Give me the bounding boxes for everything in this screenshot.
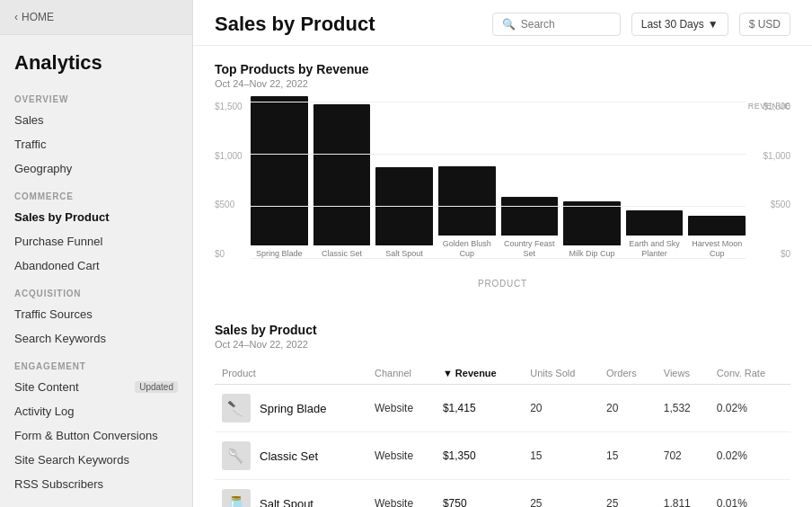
y-label-0: $0	[215, 249, 243, 259]
product-cell: 🥄 Classic Set	[215, 432, 367, 480]
date-range-picker[interactable]: Last 30 Days ▼	[631, 13, 728, 36]
product-name: Salt Spout	[260, 497, 313, 508]
product-cell: 🔪 Spring Blade	[215, 385, 367, 432]
bar	[313, 104, 371, 246]
sidebar-item-label: Form & Button Conversions	[14, 429, 158, 442]
bar-label: Golden Blush Cup	[438, 239, 496, 259]
sidebar-item-label: Geography	[14, 162, 72, 175]
sidebar-badge: Updated	[135, 381, 178, 393]
product-name: Spring Blade	[260, 402, 326, 415]
bar-group: Classic Set	[313, 104, 371, 259]
bar-group: Harvest Moon Cup	[688, 216, 746, 259]
cell-units_sold: 15	[523, 432, 599, 480]
cell-views: 1,532	[657, 385, 710, 432]
product-thumbnail: 🫙	[222, 489, 251, 507]
chevron-left-icon: ‹	[14, 11, 18, 23]
bar-label: Milk Dip Cup	[569, 249, 614, 259]
sidebar-item-sales[interactable]: Sales	[0, 108, 192, 132]
page-title: Sales by Product	[215, 13, 375, 36]
main-header: Sales by Product 🔍 Last 30 Days ▼ $ USD	[193, 0, 812, 46]
product-cell: 🫙 Salt Spout	[215, 480, 367, 508]
bar-group: Golden Blush Cup	[438, 166, 496, 259]
sidebar-section-label: ENGAGEMENT	[0, 351, 192, 375]
cell-revenue: $750	[436, 480, 523, 508]
sidebar-item-label: Traffic	[14, 138, 46, 151]
search-icon: 🔍	[502, 18, 516, 31]
sidebar-item-label: RSS Subscribers	[14, 477, 103, 491]
search-input[interactable]	[521, 18, 611, 31]
bar-label: Harvest Moon Cup	[688, 239, 746, 259]
col-header-channel[interactable]: Channel	[367, 362, 436, 385]
bar-chart: REVENUE $1,500 $1,000 $500 $0 $1,500 $1,…	[215, 102, 790, 299]
cell-units_sold: 20	[523, 385, 599, 432]
sidebar-item-label: Abandoned Cart	[14, 259, 100, 272]
analytics-title: Analytics	[0, 35, 192, 84]
sidebar-item-label: Activity Log	[14, 405, 74, 418]
y-axis-labels-right: $1,500 $1,000 $500 $0	[763, 102, 790, 259]
col-header-conv_rate[interactable]: Conv. Rate	[710, 362, 790, 385]
col-header-revenue[interactable]: ▼ Revenue	[436, 362, 523, 385]
product-name: Classic Set	[260, 449, 318, 463]
sidebar-item-abandoned-cart[interactable]: Abandoned Cart	[0, 254, 192, 278]
col-header-product[interactable]: Product	[215, 362, 367, 385]
sidebar-item-purchase-funnel[interactable]: Purchase Funnel	[0, 229, 192, 254]
sidebar-item-form-button[interactable]: Form & Button Conversions	[0, 423, 192, 448]
col-header-views[interactable]: Views	[657, 362, 710, 385]
cell-conv_rate: 0.01%	[710, 480, 790, 508]
sidebar-item-label: Site Content	[14, 380, 79, 394]
sidebar-item-site-search-keywords[interactable]: Site Search Keywords	[0, 448, 192, 472]
sidebar-item-geography[interactable]: Geography	[0, 156, 192, 181]
cell-orders: 25	[599, 480, 657, 508]
col-header-orders[interactable]: Orders	[599, 362, 657, 385]
table-title: Sales by Product	[215, 323, 790, 337]
date-range-label: Last 30 Days	[641, 18, 704, 31]
bar-group: Milk Dip Cup	[563, 201, 621, 259]
bar	[251, 96, 308, 245]
sidebar-item-rss-subscribers[interactable]: RSS Subscribers	[0, 472, 192, 496]
bar	[501, 197, 559, 236]
y-label-1500: $1,500	[215, 102, 243, 111]
bar-group: Spring Blade	[251, 96, 308, 259]
col-header-units_sold[interactable]: Units Sold	[523, 362, 599, 385]
cell-channel: Website	[367, 480, 436, 508]
sidebar-item-search-keywords[interactable]: Search Keywords	[0, 326, 192, 351]
x-axis-title: PRODUCT	[215, 279, 790, 289]
sidebar-section-label: OVERVIEW	[0, 84, 192, 108]
bar	[626, 210, 684, 236]
sidebar-item-sales-by-product[interactable]: Sales by Product	[0, 205, 192, 229]
currency-selector[interactable]: $ USD	[739, 13, 790, 36]
sidebar-section-label: COMMERCE	[0, 181, 192, 205]
bar-label: Country Feast Set	[501, 239, 559, 259]
bar-label: Spring Blade	[256, 249, 303, 259]
bar	[375, 167, 433, 246]
home-link[interactable]: ‹ HOME	[0, 0, 192, 35]
bar-label: Classic Set	[322, 249, 362, 259]
chevron-down-icon: ▼	[708, 18, 719, 31]
bar	[438, 166, 496, 236]
sidebar-item-site-content[interactable]: Site ContentUpdated	[0, 375, 192, 399]
bar	[688, 216, 746, 236]
bars-container: Spring BladeClassic SetSalt SpoutGolden …	[251, 102, 746, 259]
sidebar: ‹ HOME Analytics OVERVIEWSalesTrafficGeo…	[0, 0, 193, 507]
main-content: Sales by Product 🔍 Last 30 Days ▼ $ USD …	[193, 0, 812, 507]
cell-orders: 20	[599, 385, 657, 432]
chart-date-range: Oct 24–Nov 22, 2022	[215, 78, 790, 89]
cell-units_sold: 25	[523, 480, 599, 508]
bar	[563, 201, 621, 245]
product-table-wrap: ProductChannel▼ RevenueUnits SoldOrdersV…	[215, 362, 790, 507]
sidebar-item-traffic[interactable]: Traffic	[0, 132, 192, 156]
cell-channel: Website	[367, 432, 436, 480]
sidebar-item-label: Traffic Sources	[14, 307, 93, 321]
sidebar-item-activity-log[interactable]: Activity Log	[0, 399, 192, 423]
table-date-range: Oct 24–Nov 22, 2022	[215, 339, 790, 350]
sidebar-item-traffic-sources[interactable]: Traffic Sources	[0, 302, 192, 326]
product-table: ProductChannel▼ RevenueUnits SoldOrdersV…	[215, 362, 790, 507]
product-thumbnail: 🥄	[222, 441, 251, 470]
cell-orders: 15	[599, 432, 657, 480]
table-row: 🥄 Classic Set Website$1,35015157020.02%	[215, 432, 790, 480]
table-section: Sales by Product Oct 24–Nov 22, 2022 Pro…	[193, 308, 812, 507]
search-box[interactable]: 🔍	[492, 13, 621, 36]
table-row: 🫙 Salt Spout Website$75025251,8110.01%	[215, 480, 790, 508]
cell-views: 702	[657, 432, 710, 480]
bar-group: Country Feast Set	[501, 197, 559, 259]
